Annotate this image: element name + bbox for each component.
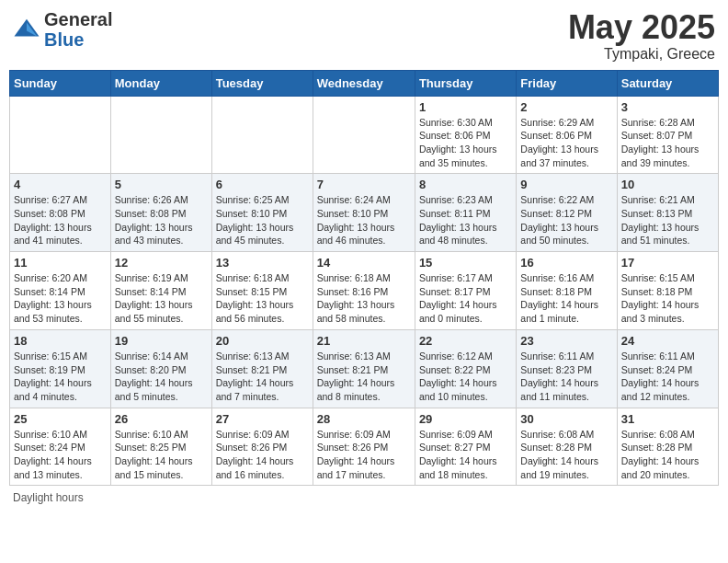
day-info: Sunrise: 6:22 AMSunset: 8:12 PMDaylight:… [520,193,612,247]
calendar-cell: 16Sunrise: 6:16 AMSunset: 8:18 PMDayligh… [517,252,617,330]
calendar-cell: 21Sunrise: 6:13 AMSunset: 8:21 PMDayligh… [313,329,415,408]
day-number: 28 [317,412,411,426]
day-info: Sunrise: 6:28 AMSunset: 8:07 PMDaylight:… [621,116,714,170]
calendar-cell: 20Sunrise: 6:13 AMSunset: 8:21 PMDayligh… [211,329,313,408]
calendar-cell: 26Sunrise: 6:10 AMSunset: 8:25 PMDayligh… [110,408,211,486]
calendar-cell: 10Sunrise: 6:21 AMSunset: 8:13 PMDayligh… [617,174,718,252]
day-info: Sunrise: 6:16 AMSunset: 8:18 PMDaylight:… [520,271,612,326]
footer-text: Daylight hours [13,491,84,504]
calendar-cell: 2Sunrise: 6:29 AMSunset: 8:06 PMDaylight… [517,96,617,174]
calendar-body: 1Sunrise: 6:30 AMSunset: 8:06 PMDaylight… [10,96,719,486]
calendar-cell [211,96,313,174]
day-number: 8 [419,178,512,191]
calendar-week-3: 11Sunrise: 6:20 AMSunset: 8:14 PMDayligh… [10,252,719,330]
day-info: Sunrise: 6:29 AMSunset: 8:06 PMDaylight:… [520,116,612,170]
day-number: 11 [14,256,107,270]
day-info: Sunrise: 6:27 AMSunset: 8:08 PMDaylight:… [14,193,107,247]
day-info: Sunrise: 6:15 AMSunset: 8:18 PMDaylight:… [621,271,714,326]
day-header-friday: Friday [517,70,617,96]
day-info: Sunrise: 6:21 AMSunset: 8:13 PMDaylight:… [621,193,714,247]
calendar-week-1: 1Sunrise: 6:30 AMSunset: 8:06 PMDaylight… [10,96,719,174]
calendar-cell: 23Sunrise: 6:11 AMSunset: 8:23 PMDayligh… [517,329,617,408]
calendar-cell: 8Sunrise: 6:23 AMSunset: 8:11 PMDaylight… [415,174,516,252]
day-info: Sunrise: 6:18 AMSunset: 8:15 PMDaylight:… [216,271,309,326]
day-info: Sunrise: 6:19 AMSunset: 8:14 PMDaylight:… [115,271,208,326]
day-number: 24 [621,334,714,348]
day-number: 6 [216,178,309,191]
day-header-sunday: Sunday [10,70,111,96]
calendar-cell: 24Sunrise: 6:11 AMSunset: 8:24 PMDayligh… [617,329,718,408]
day-header-saturday: Saturday [617,70,718,96]
calendar-cell [10,96,111,174]
calendar-cell: 13Sunrise: 6:18 AMSunset: 8:15 PMDayligh… [211,252,313,330]
day-info: Sunrise: 6:08 AMSunset: 8:28 PMDaylight:… [621,428,714,482]
day-info: Sunrise: 6:30 AMSunset: 8:06 PMDaylight:… [419,116,512,170]
day-number: 1 [419,100,512,114]
day-info: Sunrise: 6:12 AMSunset: 8:22 PMDaylight:… [419,350,512,404]
title-block: May 2025 Tympaki, Greece [568,9,715,63]
day-info: Sunrise: 6:17 AMSunset: 8:17 PMDaylight:… [419,271,512,326]
day-info: Sunrise: 6:10 AMSunset: 8:24 PMDaylight:… [14,428,107,482]
calendar-cell: 12Sunrise: 6:19 AMSunset: 8:14 PMDayligh… [110,252,211,330]
day-info: Sunrise: 6:11 AMSunset: 8:24 PMDaylight:… [621,350,714,404]
logo-general: General [44,9,112,29]
calendar-cell: 7Sunrise: 6:24 AMSunset: 8:10 PMDaylight… [313,174,415,252]
day-number: 2 [520,100,612,114]
day-info: Sunrise: 6:10 AMSunset: 8:25 PMDaylight:… [115,428,208,482]
calendar-week-4: 18Sunrise: 6:15 AMSunset: 8:19 PMDayligh… [10,329,719,408]
day-number: 17 [621,256,714,270]
logo-blue: Blue [44,29,112,50]
day-number: 4 [14,178,107,191]
calendar-cell: 4Sunrise: 6:27 AMSunset: 8:08 PMDaylight… [10,174,111,252]
day-info: Sunrise: 6:23 AMSunset: 8:11 PMDaylight:… [419,193,512,247]
calendar-week-2: 4Sunrise: 6:27 AMSunset: 8:08 PMDaylight… [10,174,719,252]
day-number: 27 [216,412,309,426]
day-info: Sunrise: 6:15 AMSunset: 8:19 PMDaylight:… [14,350,107,404]
calendar-cell: 29Sunrise: 6:09 AMSunset: 8:27 PMDayligh… [415,408,516,486]
day-number: 29 [419,412,512,426]
day-number: 3 [621,100,714,114]
day-number: 13 [216,256,309,270]
day-info: Sunrise: 6:14 AMSunset: 8:20 PMDaylight:… [115,350,208,404]
day-number: 7 [317,178,411,191]
day-number: 22 [419,334,512,348]
day-number: 16 [520,256,612,270]
logo-text: General Blue [44,9,112,50]
day-info: Sunrise: 6:08 AMSunset: 8:28 PMDaylight:… [520,428,612,482]
calendar-cell: 30Sunrise: 6:08 AMSunset: 8:28 PMDayligh… [517,408,617,486]
calendar-cell: 31Sunrise: 6:08 AMSunset: 8:28 PMDayligh… [617,408,718,486]
day-number: 25 [14,412,107,426]
day-number: 15 [419,256,512,270]
day-number: 18 [14,334,107,348]
day-info: Sunrise: 6:09 AMSunset: 8:26 PMDaylight:… [216,428,309,482]
calendar-title: May 2025 [568,9,715,46]
day-header-monday: Monday [110,70,211,96]
day-number: 23 [520,334,612,348]
day-number: 20 [216,334,309,348]
header-row: SundayMondayTuesdayWednesdayThursdayFrid… [10,70,719,96]
day-number: 9 [520,178,612,191]
calendar-location: Tympaki, Greece [568,46,715,63]
day-info: Sunrise: 6:26 AMSunset: 8:08 PMDaylight:… [115,193,208,247]
day-info: Sunrise: 6:24 AMSunset: 8:10 PMDaylight:… [317,193,411,247]
calendar-cell: 28Sunrise: 6:09 AMSunset: 8:26 PMDayligh… [313,408,415,486]
day-header-thursday: Thursday [415,70,516,96]
calendar-week-5: 25Sunrise: 6:10 AMSunset: 8:24 PMDayligh… [10,408,719,486]
day-header-wednesday: Wednesday [313,70,415,96]
calendar-cell [110,96,211,174]
day-number: 21 [317,334,411,348]
calendar-cell: 15Sunrise: 6:17 AMSunset: 8:17 PMDayligh… [415,252,516,330]
calendar-cell: 25Sunrise: 6:10 AMSunset: 8:24 PMDayligh… [10,408,111,486]
logo: General Blue [13,9,112,50]
day-number: 5 [115,178,208,191]
day-number: 26 [115,412,208,426]
logo-icon [13,16,40,43]
calendar-cell [313,96,415,174]
day-info: Sunrise: 6:09 AMSunset: 8:27 PMDaylight:… [419,428,512,482]
calendar-cell: 3Sunrise: 6:28 AMSunset: 8:07 PMDaylight… [617,96,718,174]
calendar-cell: 9Sunrise: 6:22 AMSunset: 8:12 PMDaylight… [517,174,617,252]
calendar-cell: 19Sunrise: 6:14 AMSunset: 8:20 PMDayligh… [110,329,211,408]
calendar-cell: 17Sunrise: 6:15 AMSunset: 8:18 PMDayligh… [617,252,718,330]
day-number: 31 [621,412,714,426]
calendar-cell: 18Sunrise: 6:15 AMSunset: 8:19 PMDayligh… [10,329,111,408]
